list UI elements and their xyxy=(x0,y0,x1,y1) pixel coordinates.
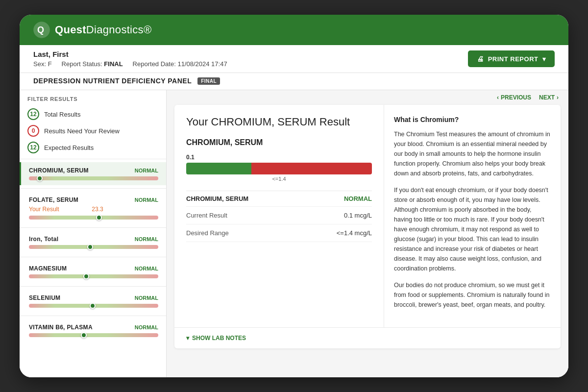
svg-text:Q: Q xyxy=(37,25,44,35)
review-results-label: Results Need Your Review xyxy=(44,127,120,135)
iron-range-bar xyxy=(29,245,158,249)
patient-meta: Sex: F Report Status: FINAL Reported Dat… xyxy=(33,60,227,68)
chevron-right-icon: › xyxy=(557,94,559,101)
chevron-down-icon: ▾ xyxy=(186,335,189,342)
result-detail-table: CHROMIUM, SERUM NORMAL Current Result 0.… xyxy=(186,191,372,242)
print-report-button[interactable]: 🖨 PRINT REPORT ▾ xyxy=(468,50,555,67)
patient-bar: Last, First Sex: F Report Status: FINAL … xyxy=(20,45,568,73)
review-results-badge: 0 xyxy=(27,125,39,137)
app-header: Q QuestDiagnostics® xyxy=(20,15,568,45)
result-card-inner: Your CHROMIUM, SERUM Result CHROMIUM, SE… xyxy=(174,105,561,327)
patient-name: Last, First xyxy=(33,50,227,58)
chart-value-label: 0.1 xyxy=(186,154,372,161)
total-results-badge: 12 xyxy=(27,108,39,120)
chromium-range-bar xyxy=(29,176,158,180)
chromium-indicator xyxy=(37,175,43,181)
result-card: Your CHROMIUM, SERUM Result CHROMIUM, SE… xyxy=(174,105,561,348)
expected-results-item[interactable]: 12 Expected Results xyxy=(20,139,166,156)
result-page-title: Your CHROMIUM, SERUM Result xyxy=(186,116,372,128)
sidebar-item-iron[interactable]: Iron, Total NORMAL xyxy=(20,231,166,254)
selenium-status: NORMAL xyxy=(135,295,158,301)
expected-results-label: Expected Results xyxy=(44,144,94,151)
reported-date: Reported Date: 11/08/2024 17:47 xyxy=(133,60,227,68)
chart-range-label: <=1.4 xyxy=(186,176,372,182)
current-result-label: Current Result xyxy=(186,212,227,219)
vitb6-range-bar xyxy=(29,333,158,337)
folate-value: Your Result 23.3 xyxy=(29,206,158,213)
navigation-bar: ‹ PREVIOUS NEXT › xyxy=(167,90,568,105)
sex-label: Sex: F xyxy=(33,60,52,68)
sidebar: FILTER RESULTS 12 Total Results 0 Result… xyxy=(20,90,167,377)
printer-icon: 🖨 xyxy=(477,55,484,63)
quest-logo-icon: Q xyxy=(33,22,50,38)
panel-title: DEPRESSION NUTRIENT DEFICIENCY PANEL xyxy=(33,77,192,85)
result-status-row: CHROMIUM, SERUM NORMAL xyxy=(186,191,372,207)
logo-text: QuestDiagnostics® xyxy=(55,24,151,36)
info-paragraph-1: The Chromium Test measures the amount of… xyxy=(394,129,551,178)
card-right: What is Chromium? The Chromium Test meas… xyxy=(384,105,561,327)
panel-status-badge: FINAL xyxy=(197,77,220,85)
desired-range-row: Desired Range <=1.4 mcg/L xyxy=(186,224,372,242)
right-panel: ‹ PREVIOUS NEXT › Your CHROMIUM, SERUM R… xyxy=(167,90,568,377)
sidebar-divider-2 xyxy=(20,188,166,189)
chart-bar-green xyxy=(186,163,251,174)
filter-results-title: FILTER RESULTS xyxy=(20,90,166,106)
desired-range-value: <=1.4 mcg/L xyxy=(337,229,372,237)
iron-status: NORMAL xyxy=(135,236,158,242)
folate-test-name: FOLATE, SERUM xyxy=(29,196,78,203)
total-results-item[interactable]: 12 Total Results xyxy=(20,106,166,122)
selenium-indicator xyxy=(90,303,96,309)
info-paragraph-3: Our bodies do not produce chromium, so w… xyxy=(394,280,551,310)
show-lab-notes-button[interactable]: ▾ SHOW LAB NOTES xyxy=(174,327,561,348)
vitb6-status: NORMAL xyxy=(135,324,158,330)
magnesium-range-bar xyxy=(29,274,158,278)
card-left: Your CHROMIUM, SERUM Result CHROMIUM, SE… xyxy=(174,105,384,327)
magnesium-indicator xyxy=(83,273,89,279)
iron-indicator xyxy=(87,244,93,250)
current-result-row: Current Result 0.1 mcg/L xyxy=(186,207,372,224)
total-results-label: Total Results xyxy=(44,111,80,118)
folate-status: NORMAL xyxy=(135,197,158,203)
chromium-test-name: CHROMIUM, SERUM xyxy=(29,167,89,174)
chromium-status: NORMAL xyxy=(135,168,158,173)
chromium-chart: 0.1 <=1.4 xyxy=(186,154,372,182)
info-paragraph-2: If you don't eat enough chromium, or if … xyxy=(394,185,551,273)
sidebar-divider xyxy=(20,159,166,159)
current-result-value: 0.1 mcg/L xyxy=(344,212,372,219)
info-title: What is Chromium? xyxy=(394,116,551,123)
folate-range-bar xyxy=(29,216,158,220)
device-frame: Q QuestDiagnostics® Last, First Sex: F R… xyxy=(20,15,568,377)
sidebar-item-selenium[interactable]: SELENIUM NORMAL xyxy=(20,290,166,313)
chevron-down-icon: ▾ xyxy=(542,55,546,63)
desired-range-label: Desired Range xyxy=(186,229,229,237)
patient-info: Last, First Sex: F Report Status: FINAL … xyxy=(33,50,227,68)
magnesium-status: NORMAL xyxy=(135,266,158,271)
sidebar-item-folate[interactable]: FOLATE, SERUM NORMAL Your Result 23.3 xyxy=(20,192,166,224)
sidebar-item-vitb6[interactable]: VITAMIN B6, PLASMA NORMAL xyxy=(20,319,166,342)
main-content: FILTER RESULTS 12 Total Results 0 Result… xyxy=(20,90,568,377)
report-status: Report Status: FINAL xyxy=(62,60,123,68)
vitb6-test-name: VITAMIN B6, PLASMA xyxy=(29,324,93,331)
test-name-header: CHROMIUM, SERUM xyxy=(186,138,372,147)
folate-indicator xyxy=(96,215,102,220)
sidebar-item-chromium[interactable]: CHROMIUM, SERUM NORMAL xyxy=(20,162,166,185)
sidebar-item-magnesium[interactable]: MAGNESIUM NORMAL xyxy=(20,260,166,283)
magnesium-test-name: MAGNESIUM xyxy=(29,265,67,272)
vitb6-indicator xyxy=(81,332,87,338)
result-test-label: CHROMIUM, SERUM xyxy=(186,195,248,202)
chart-bars xyxy=(186,163,372,174)
result-status-value: NORMAL xyxy=(344,195,372,202)
logo-container: Q QuestDiagnostics® xyxy=(33,22,151,38)
selenium-range-bar xyxy=(29,304,158,308)
next-button[interactable]: NEXT › xyxy=(539,94,559,101)
expected-results-badge: 12 xyxy=(27,142,39,153)
iron-test-name: Iron, Total xyxy=(29,236,58,243)
review-results-item[interactable]: 0 Results Need Your Review xyxy=(20,122,166,139)
chevron-left-icon: ‹ xyxy=(497,94,499,101)
previous-button[interactable]: ‹ PREVIOUS xyxy=(497,94,531,101)
chart-bar-red xyxy=(251,163,372,174)
panel-title-bar: DEPRESSION NUTRIENT DEFICIENCY PANEL FIN… xyxy=(20,73,568,90)
selenium-test-name: SELENIUM xyxy=(29,294,60,301)
